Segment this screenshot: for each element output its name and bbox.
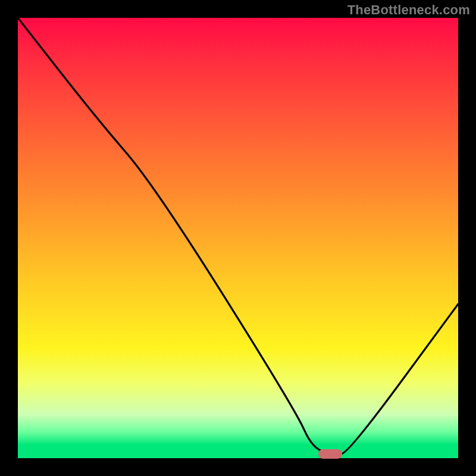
optimum-marker	[318, 449, 342, 459]
curve-layer	[18, 18, 458, 458]
bottleneck-curve	[18, 18, 458, 454]
plot-area	[18, 18, 458, 458]
chart-frame: TheBottleneck.com	[0, 0, 476, 476]
watermark-text: TheBottleneck.com	[347, 2, 470, 18]
